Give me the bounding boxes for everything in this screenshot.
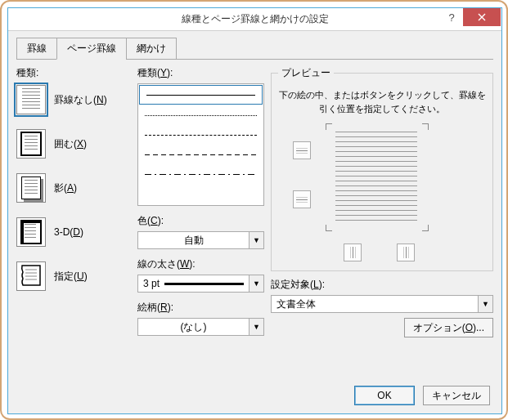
tab-strip: 罫線 ページ罫線 網かけ [16,38,501,60]
close-icon [478,13,486,21]
color-value: 自動 [137,231,250,249]
setting-none[interactable]: 罫線なし(N) [16,83,131,116]
dialog-footer: OK キャンセル [354,386,490,405]
width-label: 線の太さ(W): [137,257,264,271]
tab-borders[interactable]: 罫線 [16,38,57,60]
width-value: 3 pt [137,275,250,293]
border-left-button[interactable] [344,244,362,261]
setting-custom[interactable]: 指定(U) [16,260,131,293]
setting-3d-icon [16,217,46,247]
width-dropdown[interactable]: 3 pt ▼ [137,275,264,293]
screenshot-frame: 線種とページ罫線と網かけの設定 ? 罫線 ページ罫線 網かけ 種類: 罫線なし(… [0,0,508,420]
titlebar: 線種とページ罫線と網かけの設定 ? [8,8,501,31]
dialog-body: 種類: 罫線なし(N) 囲む(X) 影(A) [8,60,501,337]
style-column: 種類(Y): 色(C): 自動 ▼ 線の太さ(W): 3 pt [137,66,264,337]
style-dotted[interactable] [138,105,263,125]
guide-corner [422,123,429,130]
setting-column: 種類: 罫線なし(N) 囲む(X) 影(A) [16,66,131,337]
setting-3d[interactable]: 3-D(D) [16,216,131,248]
setting-box[interactable]: 囲む(X) [16,127,131,160]
art-label: 絵柄(R): [137,301,264,315]
options-button[interactable]: オプション(O)... [404,318,493,337]
color-dropdown[interactable]: 自動 ▼ [137,231,264,249]
line-style-listbox[interactable] [137,83,264,206]
setting-shadow[interactable]: 影(A) [16,172,131,204]
setting-label: 種類: [16,66,131,80]
width-sample-line [164,283,244,285]
preview-column: プレビュー 下の絵の中、またはボタンをクリックして、罫線を引く位置を指定してくだ… [271,66,493,337]
preview-legend: プレビュー [278,66,334,80]
setting-none-label: 罫線なし(N) [54,93,107,107]
art-dropdown[interactable]: (なし) ▼ [137,318,264,336]
width-text: 3 pt [143,278,160,289]
color-dropdown-button[interactable]: ▼ [250,231,264,249]
close-button[interactable] [463,8,501,26]
preview-canvas[interactable] [278,125,486,264]
art-dropdown-button[interactable]: ▼ [250,318,264,336]
width-dropdown-button[interactable]: ▼ [250,275,264,293]
preview-page-icon [335,132,417,221]
preview-hint: 下の絵の中、またはボタンをクリックして、罫線を引く位置を指定してください。 [278,88,486,115]
guide-corner [326,225,332,231]
setting-box-label: 囲む(X) [54,137,87,151]
setting-list: 罫線なし(N) 囲む(X) 影(A) 3-D(D) [16,83,131,293]
help-button[interactable]: ? [440,8,463,26]
border-top-button[interactable] [293,141,311,159]
setting-3d-label: 3-D(D) [54,226,83,238]
art-value: (なし) [137,318,250,336]
style-dash-fine[interactable] [138,125,263,145]
apply-to-dropdown-button[interactable]: ▼ [479,295,493,313]
ok-button[interactable]: OK [354,386,415,405]
style-solid[interactable] [139,85,263,105]
guide-corner [422,225,429,231]
style-label: 種類(Y): [137,66,264,80]
style-dash-dot[interactable] [138,164,263,184]
border-bottom-button[interactable] [293,190,311,208]
apply-to-label: 設定対象(L): [271,278,493,292]
color-label: 色(C): [137,214,264,228]
dialog-window: 線種とページ罫線と網かけの設定 ? 罫線 ページ罫線 網かけ 種類: 罫線なし(… [7,7,502,414]
dialog-title: 線種とページ罫線と網かけの設定 [8,12,501,26]
setting-box-icon [16,129,46,159]
cancel-button[interactable]: キャンセル [423,386,490,405]
setting-custom-icon [16,261,46,291]
setting-shadow-icon [16,173,46,203]
preview-group: プレビュー 下の絵の中、またはボタンをクリックして、罫線を引く位置を指定してくだ… [271,66,493,271]
window-controls: ? [440,8,501,26]
apply-to-value: 文書全体 [271,295,479,313]
apply-to-dropdown[interactable]: 文書全体 ▼ [271,295,493,313]
setting-custom-label: 指定(U) [54,270,88,284]
guide-corner [326,123,332,130]
setting-none-icon [16,85,46,114]
tab-shading[interactable]: 網かけ [126,38,177,60]
setting-shadow-label: 影(A) [54,181,77,195]
tab-page-border[interactable]: ページ罫線 [56,38,127,60]
style-dash[interactable] [138,145,263,164]
border-right-button[interactable] [397,244,415,261]
